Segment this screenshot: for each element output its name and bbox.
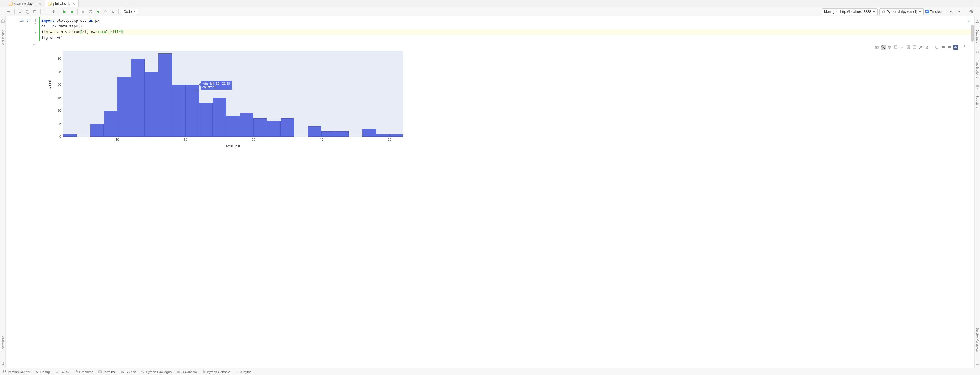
debug-button[interactable] xyxy=(69,9,75,15)
python-console-button[interactable]: Python Console xyxy=(202,370,230,373)
rjobs-button[interactable]: RR Jobs xyxy=(121,370,136,373)
plotly-logo-icon[interactable] xyxy=(953,44,958,50)
bar[interactable] xyxy=(199,103,213,137)
code-editor[interactable]: ✓ import plotly.express as px df = px.da… xyxy=(39,17,972,41)
database-icon[interactable] xyxy=(975,19,979,23)
warning-icon xyxy=(75,370,78,373)
terminal-button[interactable]: Terminal xyxy=(99,370,116,373)
bar[interactable] xyxy=(253,118,267,137)
delete-button[interactable] xyxy=(102,9,109,15)
bookmarks-icon[interactable] xyxy=(1,361,5,365)
label: Terminal xyxy=(103,370,116,373)
structure-icon[interactable] xyxy=(975,85,979,89)
collapse-output-icon[interactable] xyxy=(33,43,35,46)
run-all-button[interactable] xyxy=(95,9,101,15)
label: Python Console xyxy=(207,370,230,373)
workspace-icon[interactable] xyxy=(1,19,5,23)
database-label[interactable]: Database xyxy=(976,30,979,43)
bar[interactable] xyxy=(267,121,281,137)
bar[interactable] xyxy=(308,126,321,137)
bar[interactable] xyxy=(131,59,145,137)
zoom-icon[interactable] xyxy=(880,44,886,50)
reset-axes-icon[interactable] xyxy=(924,44,930,50)
svg-point-2 xyxy=(11,4,11,4)
tab-example[interactable]: example.ipynb × xyxy=(6,0,45,8)
todo-button[interactable]: TODO xyxy=(55,370,70,373)
box-select-icon[interactable] xyxy=(893,44,898,50)
bar[interactable] xyxy=(185,84,199,137)
trusted-input[interactable] xyxy=(925,10,929,13)
more-icon[interactable]: ⋮ xyxy=(963,44,966,50)
bar[interactable] xyxy=(240,113,254,137)
bar[interactable] xyxy=(117,77,131,137)
open-browser-button[interactable] xyxy=(968,9,974,15)
bar[interactable] xyxy=(321,132,335,137)
hover-tooltip: total_bill=20 - 21.99 count=20 xyxy=(201,81,232,90)
svg-rect-17 xyxy=(2,20,4,22)
separator xyxy=(945,9,945,14)
bar[interactable] xyxy=(63,134,76,137)
bar[interactable] xyxy=(376,134,390,137)
bar[interactable] xyxy=(362,129,376,137)
svg-text:R: R xyxy=(122,371,123,373)
jupyter-button[interactable]: Jupyter xyxy=(235,370,251,373)
debug-tool-button[interactable]: Debug xyxy=(35,370,50,373)
more-icon[interactable]: ⋮ xyxy=(974,2,978,6)
bar[interactable] xyxy=(335,132,349,137)
lasso-select-icon[interactable] xyxy=(899,44,905,50)
structure-label[interactable]: Structure xyxy=(976,96,979,109)
prev-cell-button[interactable] xyxy=(948,9,954,15)
jupyter-vars-icon[interactable] xyxy=(975,361,979,365)
problems-button[interactable]: Problems xyxy=(75,370,94,373)
python-packages-button[interactable]: Python Packages xyxy=(141,370,172,373)
spike-lines-icon[interactable] xyxy=(934,44,939,50)
bar[interactable] xyxy=(226,116,240,137)
code-cell[interactable]: In 2 1 2 3 4 ✓ import plotly.express as … xyxy=(6,17,972,41)
bookmarks-label[interactable]: Bookmarks xyxy=(1,336,5,351)
bar[interactable] xyxy=(158,54,172,137)
zoom-in-icon[interactable] xyxy=(906,44,911,50)
server-select[interactable]: Managed: http://localhost:8888 xyxy=(822,8,878,15)
bar[interactable] xyxy=(213,98,226,137)
close-icon[interactable]: × xyxy=(38,2,41,6)
hover-closest-icon[interactable] xyxy=(940,44,946,50)
notifications-icon[interactable] xyxy=(975,50,979,54)
bar[interactable] xyxy=(90,124,104,137)
autoscale-icon[interactable] xyxy=(918,44,923,50)
trusted-checkbox[interactable]: Trusted xyxy=(925,10,942,14)
clear-output-button[interactable] xyxy=(110,9,116,15)
stop-button[interactable] xyxy=(80,9,86,15)
histogram-chart[interactable]: 051015202530 count 1020304050 total_bill… xyxy=(46,51,403,154)
add-cell-button[interactable] xyxy=(6,9,12,15)
paste-button[interactable] xyxy=(32,9,38,15)
svg-point-19 xyxy=(876,47,877,48)
restart-button[interactable] xyxy=(88,9,94,15)
bar[interactable] xyxy=(281,118,294,137)
cell-type-select[interactable]: Code xyxy=(121,9,138,15)
bar[interactable] xyxy=(389,134,403,137)
tab-plotly[interactable]: plotly.ipynb × xyxy=(45,0,79,8)
scrollbar[interactable] xyxy=(971,25,974,42)
copy-button[interactable] xyxy=(24,9,30,15)
r-console-button[interactable]: RR Console xyxy=(177,370,197,373)
workspace-label[interactable]: Workspace xyxy=(1,30,5,45)
version-control-button[interactable]: Version Control xyxy=(3,370,30,373)
close-icon[interactable]: × xyxy=(72,2,75,6)
bar[interactable] xyxy=(145,72,158,137)
bars-layer xyxy=(63,51,403,137)
notifications-label[interactable]: Notifications xyxy=(976,61,979,78)
zoom-out-icon[interactable] xyxy=(912,44,917,50)
notebook-area[interactable]: In 2 1 2 3 4 ✓ import plotly.express as … xyxy=(6,16,974,368)
move-down-button[interactable] xyxy=(50,9,57,15)
bar[interactable] xyxy=(172,84,186,137)
jupyter-vars-label[interactable]: Jupyter Variables xyxy=(976,327,979,351)
cut-button[interactable] xyxy=(17,9,23,15)
next-cell-button[interactable] xyxy=(956,9,962,15)
pan-icon[interactable] xyxy=(887,44,892,50)
hover-compare-icon[interactable] xyxy=(947,44,952,50)
camera-icon[interactable] xyxy=(874,44,879,50)
bar[interactable] xyxy=(104,111,118,137)
kernel-select[interactable]: Python 3 (ipykernel) xyxy=(879,8,924,15)
move-up-button[interactable] xyxy=(43,9,49,15)
run-cell-button[interactable]: I xyxy=(62,9,68,15)
